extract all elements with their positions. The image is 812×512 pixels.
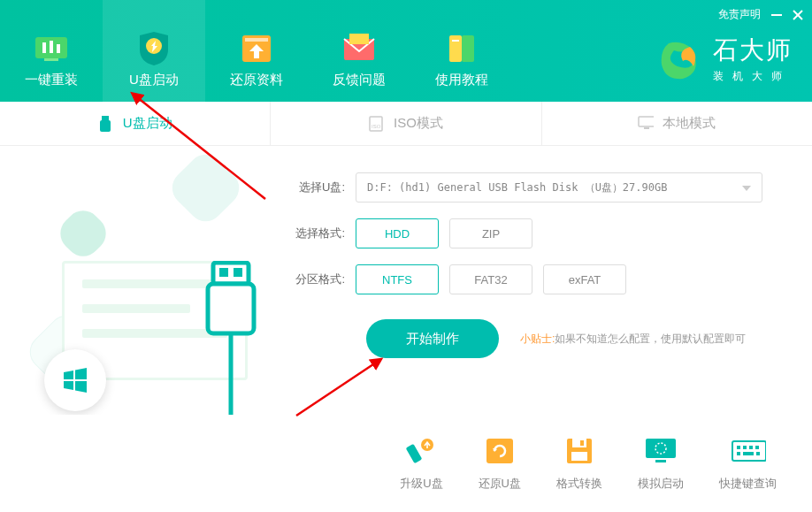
svg-rect-17 xyxy=(100,120,111,132)
svg-rect-15 xyxy=(452,40,459,42)
monitor-icon xyxy=(638,116,654,132)
svg-rect-5 xyxy=(50,41,53,53)
tip: 小贴士:如果不知道怎么配置，使用默认配置即可 xyxy=(520,332,746,347)
svg-rect-39 xyxy=(749,446,753,449)
shield-usb-icon xyxy=(133,33,175,65)
upload-icon xyxy=(235,33,278,65)
foot-hotkey[interactable]: 快捷键查询 xyxy=(719,415,777,512)
foot-label: 格式转换 xyxy=(556,476,602,492)
format-opt-zip[interactable]: ZIP xyxy=(449,218,532,248)
brand-subtitle: 装机大师 xyxy=(713,69,793,84)
nav-label: 一键重装 xyxy=(25,72,78,88)
nav-label: 使用教程 xyxy=(435,72,488,88)
simulate-monitor-icon xyxy=(643,435,678,467)
nav-item-tutorial[interactable]: 使用教程 xyxy=(410,0,513,102)
foot-label: 升级U盘 xyxy=(400,476,442,492)
header: 免责声明 一键重装 U盘启动 还原资料 反馈问题 xyxy=(0,0,812,102)
tab-label: U盘启动 xyxy=(123,115,172,132)
nav-item-usb-boot[interactable]: U盘启动 xyxy=(103,0,205,102)
partition-opt-fat32[interactable]: FAT32 xyxy=(449,264,532,294)
svg-rect-4 xyxy=(42,42,46,53)
format-label: 选择格式: xyxy=(283,225,345,241)
foot-simulate[interactable]: 模拟启动 xyxy=(638,415,684,512)
svg-rect-30 xyxy=(572,439,586,447)
svg-rect-33 xyxy=(646,439,676,458)
svg-rect-26 xyxy=(406,444,423,463)
svg-rect-24 xyxy=(234,268,242,277)
windows-badge-icon xyxy=(44,349,106,411)
iso-icon: ISO xyxy=(369,116,385,132)
foot-label: 快捷键查询 xyxy=(719,476,777,492)
usb-select-label: 选择U盘: xyxy=(283,180,345,195)
content: 选择U盘: D:F: (hd1) General USB Flash Disk … xyxy=(0,146,812,415)
svg-rect-41 xyxy=(737,452,740,455)
tab-label: 本地模式 xyxy=(663,115,716,132)
floppy-icon xyxy=(562,435,597,467)
format-opt-hdd[interactable]: HDD xyxy=(356,218,439,248)
nav-label: 反馈问题 xyxy=(333,72,386,88)
tip-text: 如果不知道怎么配置，使用默认配置即可 xyxy=(555,332,746,345)
svg-rect-37 xyxy=(737,446,740,449)
svg-rect-38 xyxy=(743,446,747,449)
svg-rect-7 xyxy=(44,58,58,61)
tab-iso[interactable]: ISO ISO模式 xyxy=(270,102,541,145)
titlebar: 免责声明 xyxy=(718,7,803,22)
usb-small-icon xyxy=(98,116,114,132)
minimize-icon[interactable] xyxy=(771,10,782,20)
tab-usb-boot[interactable]: U盘启动 xyxy=(0,102,270,145)
svg-rect-20 xyxy=(639,117,654,126)
illustration xyxy=(0,146,283,411)
svg-rect-21 xyxy=(644,127,649,129)
nav-label: U盘启动 xyxy=(129,72,179,88)
nav: 一键重装 U盘启动 还原资料 反馈问题 使用教程 xyxy=(0,0,513,102)
start-button[interactable]: 开始制作 xyxy=(366,319,499,358)
svg-rect-25 xyxy=(208,284,254,333)
close-icon[interactable] xyxy=(793,10,803,20)
foot-label: 还原U盘 xyxy=(479,476,521,492)
partition-label: 分区格式: xyxy=(283,271,345,287)
book-icon xyxy=(440,33,483,65)
svg-rect-32 xyxy=(571,452,587,461)
svg-rect-10 xyxy=(245,38,268,42)
usb-select-value: D:F: (hd1) General USB Flash Disk （U盘）27… xyxy=(367,180,667,195)
nav-item-restore[interactable]: 还原资料 xyxy=(205,0,308,102)
tip-label: 小贴士: xyxy=(520,332,555,345)
svg-rect-12 xyxy=(349,34,369,44)
disclaimer-link[interactable]: 免责声明 xyxy=(718,7,761,22)
tabs: U盘启动 ISO ISO模式 本地模式 xyxy=(0,102,812,146)
partition-opt-ntfs[interactable]: NTFS xyxy=(356,264,439,294)
restore-icon xyxy=(482,435,517,467)
svg-text:ISO: ISO xyxy=(372,124,381,129)
nav-item-reinstall[interactable]: 一键重装 xyxy=(0,0,103,102)
svg-rect-35 xyxy=(655,460,666,462)
svg-rect-43 xyxy=(756,452,760,455)
svg-rect-40 xyxy=(755,446,759,449)
keyboard-icon xyxy=(731,435,766,467)
form: 选择U盘: D:F: (hd1) General USB Flash Disk … xyxy=(283,172,794,358)
foot-upgrade-usb[interactable]: 升级U盘 xyxy=(400,415,442,512)
foot-label: 模拟启动 xyxy=(638,476,684,492)
svg-rect-23 xyxy=(219,268,228,277)
svg-rect-14 xyxy=(462,35,474,62)
svg-rect-6 xyxy=(57,44,60,53)
svg-rect-42 xyxy=(743,452,754,455)
svg-rect-36 xyxy=(732,441,766,461)
svg-rect-16 xyxy=(102,116,109,120)
brand-logo-icon xyxy=(656,36,702,82)
usb-select[interactable]: D:F: (hd1) General USB Flash Disk （U盘）27… xyxy=(356,172,762,203)
svg-rect-13 xyxy=(449,35,462,62)
usb-upgrade-icon xyxy=(403,435,439,467)
foot-restore-usb[interactable]: 还原U盘 xyxy=(479,415,521,512)
brand-title: 石大师 xyxy=(713,34,793,67)
svg-rect-28 xyxy=(486,439,513,463)
nav-item-feedback[interactable]: 反馈问题 xyxy=(308,0,410,102)
partition-opt-exfat[interactable]: exFAT xyxy=(543,264,626,294)
svg-rect-22 xyxy=(213,263,249,284)
tab-local[interactable]: 本地模式 xyxy=(542,102,812,145)
foot-format-convert[interactable]: 格式转换 xyxy=(556,415,602,512)
svg-rect-0 xyxy=(771,14,782,16)
brand: 石大师 装机大师 xyxy=(656,34,793,84)
footer: 升级U盘 还原U盘 格式转换 模拟启动 快捷键查询 xyxy=(0,415,812,512)
envelope-icon xyxy=(338,33,380,65)
bar-chart-icon xyxy=(30,33,73,65)
